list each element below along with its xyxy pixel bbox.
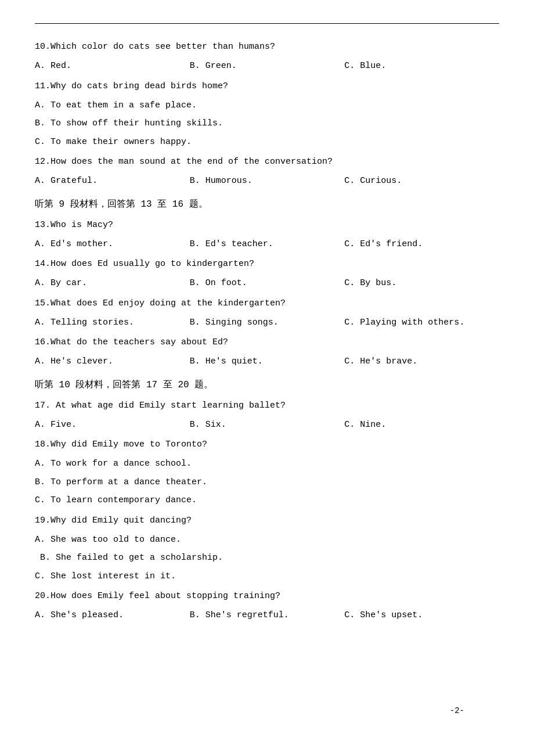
q14-title: 14.How does Ed usually go to kindergarte…	[35, 257, 499, 271]
q13-option-b: B. Ed's teacher.	[190, 237, 345, 252]
q20-options: A. She's pleased. B. She's regretful. C.…	[35, 608, 499, 623]
q11-option-c: C. To make their owners happy.	[35, 135, 499, 150]
section9-header: 听第 9 段材料，回答第 13 至 16 题。	[35, 197, 499, 213]
q10-option-a: A. Red.	[35, 59, 190, 74]
q14-option-b: B. On foot.	[190, 276, 345, 291]
q18-title: 18.Why did Emily move to Toronto?	[35, 438, 499, 452]
q10-options: A. Red. B. Green. C. Blue.	[35, 59, 499, 74]
q18-option-b: B. To perform at a dance theater.	[35, 475, 499, 490]
question-14: 14.How does Ed usually go to kindergarte…	[35, 257, 499, 291]
q18-option-c: C. To learn contemporary dance.	[35, 493, 499, 508]
q11-option-a: A. To eat them in a safe place.	[35, 98, 499, 113]
q14-option-a: A. By car.	[35, 276, 190, 291]
q20-option-c: C. She's upset.	[344, 608, 499, 623]
q12-options: A. Grateful. B. Humorous. C. Curious.	[35, 174, 499, 189]
question-13: 13.Who is Macy? A. Ed's mother. B. Ed's …	[35, 218, 499, 252]
q13-option-a: A. Ed's mother.	[35, 237, 190, 252]
q17-option-c: C. Nine.	[344, 417, 499, 433]
page-number: -2-	[450, 706, 464, 715]
question-19: 19.Why did Emily quit dancing? A. She wa…	[35, 514, 499, 584]
q13-option-c: C. Ed's friend.	[344, 237, 499, 252]
q20-title: 20.How does Emily feel about stopping tr…	[35, 589, 499, 603]
q13-title: 13.Who is Macy?	[35, 218, 499, 232]
q15-option-c: C. Playing with others.	[344, 315, 499, 330]
q20-option-b: B. She's regretful.	[190, 608, 345, 623]
q16-options: A. He's clever. B. He's quiet. C. He's b…	[35, 354, 499, 369]
q16-title: 16.What do the teachers say about Ed?	[35, 336, 499, 350]
q19-title: 19.Why did Emily quit dancing?	[35, 514, 499, 528]
q15-title: 15.What does Ed enjoy doing at the kinde…	[35, 297, 499, 311]
q19-option-c: C. She lost interest in it.	[35, 569, 499, 584]
q11-option-b: B. To show off their hunting skills.	[35, 116, 499, 131]
q16-option-a: A. He's clever.	[35, 354, 190, 369]
question-20: 20.How does Emily feel about stopping tr…	[35, 589, 499, 623]
q14-option-c: C. By bus.	[344, 276, 499, 291]
q19-option-a: A. She was too old to dance.	[35, 532, 499, 548]
question-17: 17. At what age did Emily start learning…	[35, 399, 499, 433]
q10-title: 10.Which color do cats see better than h…	[35, 40, 499, 54]
q19-option-b: B. She failed to get a scholarship.	[35, 550, 499, 566]
q16-option-b: B. He's quiet.	[190, 354, 345, 369]
question-16: 16.What do the teachers say about Ed? A.…	[35, 336, 499, 369]
q15-option-a: A. Telling stories.	[35, 315, 190, 330]
q20-option-a: A. She's pleased.	[35, 608, 190, 623]
q11-title: 11.Why do cats bring dead birds home?	[35, 80, 499, 93]
q17-options: A. Five. B. Six. C. Nine.	[35, 417, 499, 433]
question-10: 10.Which color do cats see better than h…	[35, 40, 499, 74]
question-18: 18.Why did Emily move to Toronto? A. To …	[35, 438, 499, 508]
question-11: 11.Why do cats bring dead birds home? A.…	[35, 80, 499, 150]
q10-option-c: C. Blue.	[344, 59, 499, 74]
q12-title: 12.How does the man sound at the end of …	[35, 155, 499, 169]
q12-option-a: A. Grateful.	[35, 174, 190, 189]
q10-option-b: B. Green.	[190, 59, 345, 74]
q12-option-c: C. Curious.	[344, 174, 499, 189]
q17-option-a: A. Five.	[35, 417, 190, 433]
q17-title: 17. At what age did Emily start learning…	[35, 399, 499, 413]
page-wrapper: 10.Which color do cats see better than h…	[35, 23, 499, 733]
question-12: 12.How does the man sound at the end of …	[35, 155, 499, 189]
q15-options: A. Telling stories. B. Singing songs. C.…	[35, 315, 499, 330]
q14-options: A. By car. B. On foot. C. By bus.	[35, 276, 499, 291]
top-divider	[35, 23, 499, 24]
q16-option-c: C. He's brave.	[344, 354, 499, 369]
section10-header: 听第 10 段材料，回答第 17 至 20 题。	[35, 377, 499, 393]
q17-option-b: B. Six.	[190, 417, 345, 433]
q12-option-b: B. Humorous.	[190, 174, 345, 189]
q15-option-b: B. Singing songs.	[190, 315, 345, 330]
q13-options: A. Ed's mother. B. Ed's teacher. C. Ed's…	[35, 237, 499, 252]
question-15: 15.What does Ed enjoy doing at the kinde…	[35, 297, 499, 330]
q18-option-a: A. To work for a dance school.	[35, 456, 499, 471]
